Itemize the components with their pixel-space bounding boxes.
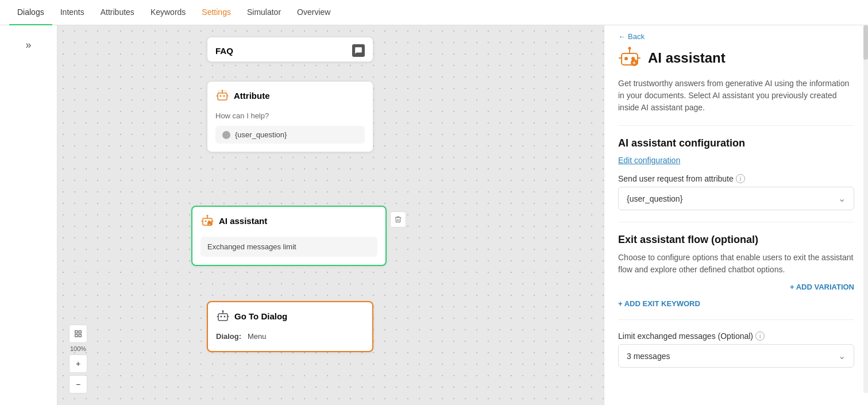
attribute-icon-area: Attribute xyxy=(215,88,270,102)
divider-2 xyxy=(618,222,854,222)
ai-assistant-card-body: Exchanged messages limit xyxy=(192,232,385,265)
nav-simulator[interactable]: Simulator xyxy=(239,0,289,25)
limit-label-row: Limit exchanged messages (Optional) i xyxy=(618,331,854,341)
attribute-card[interactable]: Attribute How can I help? {user_question… xyxy=(207,81,373,152)
exit-flow-section: Exit assistant flow (optional) Choose to… xyxy=(618,234,854,308)
ai-config-section-title: AI assistant configuration xyxy=(618,137,854,149)
svg-rect-11 xyxy=(218,314,227,321)
dropdown-arrow-icon: ⌄ xyxy=(838,193,846,204)
attribute-card-body: How can I help? {user_question} xyxy=(207,107,373,152)
left-sidebar: » xyxy=(0,25,57,405)
edit-configuration-link[interactable]: Edit configuration xyxy=(618,156,680,165)
panel-bot-icon: + xyxy=(618,45,641,71)
zoom-controls: 100% + − xyxy=(69,325,87,394)
zoom-percentage: 100% xyxy=(69,345,87,352)
svg-point-6 xyxy=(205,221,207,222)
go-to-dialog-body: Dialog: Menu xyxy=(208,327,372,351)
attribute-card-header: Attribute xyxy=(207,82,373,107)
ai-assistant-card[interactable]: + AI assistant Exchanged messages limit xyxy=(191,206,387,266)
go-to-dialog-card[interactable]: Go To Dialog Dialog: Menu xyxy=(207,301,373,352)
go-to-dialog-icon-area: Go To Dialog xyxy=(216,309,287,323)
svg-point-22 xyxy=(628,47,631,50)
svg-point-12 xyxy=(221,316,222,318)
svg-point-8 xyxy=(207,215,209,217)
delete-button[interactable] xyxy=(390,211,406,227)
chat-icon xyxy=(352,44,365,57)
svg-rect-16 xyxy=(79,331,81,333)
attribute-title: Attribute xyxy=(234,91,270,101)
zoom-out-button[interactable]: − xyxy=(69,375,87,394)
zoom-fit-button[interactable] xyxy=(69,325,87,343)
ai-assistant-card-header: + AI assistant xyxy=(192,207,385,232)
svg-point-14 xyxy=(222,310,224,312)
send-attribute-info-icon: i xyxy=(736,174,745,183)
faq-icon-area: FAQ xyxy=(215,46,233,56)
send-attribute-dropdown[interactable]: {user_question} ⌄ xyxy=(618,187,854,210)
collapse-button[interactable]: » xyxy=(21,34,36,56)
panel-title-row: + AI assistant xyxy=(604,45,868,78)
nav-keywords[interactable]: Keywords xyxy=(142,0,194,25)
add-exit-keyword-link[interactable]: + ADD EXIT KEYWORD xyxy=(618,299,854,308)
limit-dropdown-arrow-icon: ⌄ xyxy=(838,350,846,361)
divider-3 xyxy=(618,319,854,320)
panel-description: Get trustworthy answers from generative … xyxy=(618,78,854,114)
svg-rect-0 xyxy=(218,93,227,100)
limit-messages-dropdown[interactable]: 3 messages ⌄ xyxy=(618,344,854,368)
svg-point-2 xyxy=(223,95,225,97)
back-label: Back xyxy=(628,32,645,41)
attribute-subtitle: How can I help? xyxy=(215,111,365,120)
svg-point-13 xyxy=(224,316,226,318)
exit-flow-description: Choose to configure options that enable … xyxy=(618,252,854,276)
nav-overview[interactable]: Overview xyxy=(289,0,338,25)
svg-text:+: + xyxy=(632,60,636,66)
attribute-tag: {user_question} xyxy=(215,126,365,144)
panel-title: AI assistant xyxy=(648,50,726,66)
attribute-bot-icon xyxy=(215,88,229,102)
back-link[interactable]: ← Back xyxy=(604,25,645,45)
exit-flow-title: Exit assistant flow (optional) xyxy=(618,234,854,246)
scrollbar-track[interactable] xyxy=(863,25,868,393)
svg-text:+: + xyxy=(209,222,211,226)
back-arrow-icon: ← xyxy=(618,32,626,41)
ai-assistant-icon-area: + AI assistant xyxy=(200,214,267,227)
svg-point-1 xyxy=(220,95,222,97)
go-to-dialog-row: Dialog: Menu xyxy=(216,332,364,343)
nav-settings[interactable]: Settings xyxy=(194,0,239,25)
dialog-label: Dialog: xyxy=(216,332,241,341)
limit-messages-value: 3 messages xyxy=(627,352,670,361)
dialog-value: Menu xyxy=(248,332,267,341)
send-attribute-label: Send user request from attribute xyxy=(618,174,734,183)
nav-attributes[interactable]: Attributes xyxy=(92,0,142,25)
right-panel: ← Back + AI assistant xyxy=(604,25,868,405)
send-attribute-value: {user_question} xyxy=(627,194,682,203)
top-navigation: Dialogs Intents Attributes Keywords Sett… xyxy=(0,0,868,25)
svg-rect-17 xyxy=(75,334,78,337)
right-panel-content: Get trustworthy answers from generative … xyxy=(604,78,868,393)
add-variation-link[interactable]: + ADD VARIATION xyxy=(618,283,854,291)
main-layout: » FAQ xyxy=(0,25,868,405)
ai-assistant-bot-icon: + xyxy=(200,214,214,227)
divider-1 xyxy=(618,125,854,126)
ai-assistant-action: Exchanged messages limit xyxy=(200,237,377,257)
nav-dialogs[interactable]: Dialogs xyxy=(9,0,52,25)
go-to-dialog-header: Go To Dialog xyxy=(208,302,372,327)
attribute-tag-text: {user_question} xyxy=(235,130,287,139)
go-to-dialog-title: Go To Dialog xyxy=(234,311,287,321)
scroll-wrapper: ← Back + AI assistant xyxy=(604,25,868,393)
go-to-dialog-bot-icon xyxy=(216,309,230,323)
ai-assistant-title: AI assistant xyxy=(219,216,267,226)
nav-intents[interactable]: Intents xyxy=(52,0,92,25)
limit-label: Limit exchanged messages (Optional) xyxy=(618,331,753,341)
send-attribute-label-row: Send user request from attribute i xyxy=(618,174,854,183)
canvas-area[interactable]: FAQ xyxy=(57,25,604,405)
faq-card[interactable]: FAQ xyxy=(207,37,373,62)
scrollbar-thumb xyxy=(863,25,868,60)
svg-rect-15 xyxy=(75,331,78,333)
limit-info-icon: i xyxy=(755,331,765,341)
faq-card-header: FAQ xyxy=(207,37,373,61)
svg-rect-18 xyxy=(79,334,81,337)
faq-title: FAQ xyxy=(215,46,233,56)
circle-dot-icon xyxy=(222,131,230,139)
svg-point-20 xyxy=(624,57,628,60)
zoom-in-button[interactable]: + xyxy=(69,354,87,373)
